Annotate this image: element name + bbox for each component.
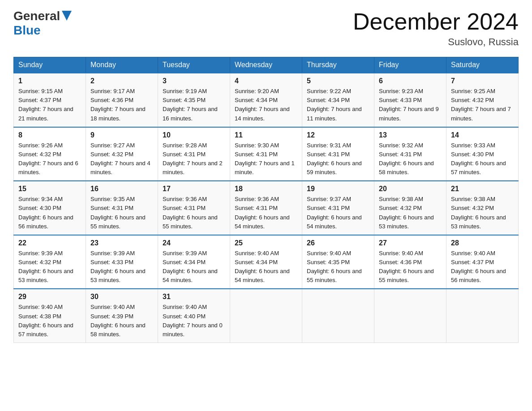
week-row-4: 22 Sunrise: 9:39 AMSunset: 4:32 PMDaylig… — [14, 235, 519, 289]
calendar-cell: 29 Sunrise: 9:40 AMSunset: 4:38 PMDaylig… — [14, 289, 86, 342]
day-info: Sunrise: 9:30 AMSunset: 4:31 PMDaylight:… — [235, 142, 295, 176]
calendar-cell: 3 Sunrise: 9:19 AMSunset: 4:35 PMDayligh… — [158, 73, 230, 127]
day-number: 9 — [90, 131, 153, 139]
day-info: Sunrise: 9:40 AMSunset: 4:38 PMDaylight:… — [18, 304, 73, 337]
day-number: 1 — [18, 77, 81, 85]
calendar-cell: 24 Sunrise: 9:39 AMSunset: 4:34 PMDaylig… — [158, 235, 230, 289]
day-number: 24 — [163, 239, 225, 247]
day-number: 10 — [163, 131, 225, 139]
calendar-cell: 11 Sunrise: 9:30 AMSunset: 4:31 PMDaylig… — [230, 127, 302, 181]
calendar-cell: 8 Sunrise: 9:26 AMSunset: 4:32 PMDayligh… — [14, 127, 86, 181]
calendar-cell: 12 Sunrise: 9:31 AMSunset: 4:31 PMDaylig… — [302, 127, 374, 181]
calendar-cell: 22 Sunrise: 9:39 AMSunset: 4:32 PMDaylig… — [14, 235, 86, 289]
calendar-cell: 4 Sunrise: 9:20 AMSunset: 4:34 PMDayligh… — [230, 73, 302, 127]
calendar-cell: 25 Sunrise: 9:40 AMSunset: 4:34 PMDaylig… — [230, 235, 302, 289]
calendar-cell: 6 Sunrise: 9:23 AMSunset: 4:33 PMDayligh… — [374, 73, 446, 127]
day-number: 13 — [379, 131, 442, 139]
day-info: Sunrise: 9:36 AMSunset: 4:31 PMDaylight:… — [163, 196, 218, 229]
calendar-cell: 19 Sunrise: 9:37 AMSunset: 4:31 PMDaylig… — [302, 181, 374, 235]
calendar-body: 1 Sunrise: 9:15 AMSunset: 4:37 PMDayligh… — [14, 73, 519, 342]
calendar-cell: 1 Sunrise: 9:15 AMSunset: 4:37 PMDayligh… — [14, 73, 86, 127]
page-header: General Blue December 2024 Suslovo, Russ… — [13, 9, 519, 48]
day-info: Sunrise: 9:19 AMSunset: 4:35 PMDaylight:… — [163, 88, 218, 121]
day-info: Sunrise: 9:27 AMSunset: 4:32 PMDaylight:… — [90, 142, 150, 176]
calendar-cell: 10 Sunrise: 9:28 AMSunset: 4:31 PMDaylig… — [158, 127, 230, 181]
day-info: Sunrise: 9:20 AMSunset: 4:34 PMDaylight:… — [235, 88, 290, 121]
day-info: Sunrise: 9:22 AMSunset: 4:34 PMDaylight:… — [307, 88, 362, 121]
logo-text-blue: Blue — [13, 23, 41, 37]
calendar-cell: 31 Sunrise: 9:40 AMSunset: 4:40 PMDaylig… — [158, 289, 230, 342]
day-number: 17 — [163, 185, 225, 193]
day-info: Sunrise: 9:39 AMSunset: 4:32 PMDaylight:… — [18, 250, 73, 283]
day-number: 5 — [307, 77, 369, 85]
calendar-cell: 2 Sunrise: 9:17 AMSunset: 4:36 PMDayligh… — [86, 73, 158, 127]
day-info: Sunrise: 9:39 AMSunset: 4:34 PMDaylight:… — [163, 250, 218, 283]
calendar-cell: 18 Sunrise: 9:36 AMSunset: 4:31 PMDaylig… — [230, 181, 302, 235]
day-number: 7 — [451, 77, 514, 85]
calendar-cell: 23 Sunrise: 9:39 AMSunset: 4:33 PMDaylig… — [86, 235, 158, 289]
day-info: Sunrise: 9:40 AMSunset: 4:39 PMDaylight:… — [90, 304, 146, 337]
day-number: 18 — [235, 185, 297, 193]
day-number: 19 — [307, 185, 369, 193]
day-number: 8 — [18, 131, 81, 139]
week-row-5: 29 Sunrise: 9:40 AMSunset: 4:38 PMDaylig… — [14, 289, 519, 342]
day-number: 26 — [307, 239, 369, 247]
calendar-cell: 14 Sunrise: 9:33 AMSunset: 4:30 PMDaylig… — [446, 127, 519, 181]
title-section: December 2024 Suslovo, Russia — [353, 9, 519, 48]
svg-marker-0 — [62, 11, 72, 21]
day-info: Sunrise: 9:40 AMSunset: 4:34 PMDaylight:… — [235, 250, 290, 283]
day-info: Sunrise: 9:17 AMSunset: 4:36 PMDaylight:… — [90, 88, 146, 121]
header-saturday: Saturday — [446, 57, 519, 73]
header-monday: Monday — [86, 57, 158, 73]
day-info: Sunrise: 9:35 AMSunset: 4:31 PMDaylight:… — [90, 196, 146, 229]
header-sunday: Sunday — [14, 57, 86, 73]
calendar-cell — [302, 289, 374, 342]
day-number: 30 — [90, 293, 153, 301]
day-number: 4 — [235, 77, 297, 85]
day-number: 3 — [163, 77, 225, 85]
logo: General Blue — [13, 9, 72, 38]
day-number: 23 — [90, 239, 153, 247]
calendar-header: SundayMondayTuesdayWednesdayThursdayFrid… — [14, 57, 519, 73]
day-info: Sunrise: 9:40 AMSunset: 4:40 PMDaylight:… — [163, 304, 223, 337]
day-number: 15 — [18, 185, 81, 193]
calendar-cell: 21 Sunrise: 9:38 AMSunset: 4:32 PMDaylig… — [446, 181, 519, 235]
calendar-cell: 30 Sunrise: 9:40 AMSunset: 4:39 PMDaylig… — [86, 289, 158, 342]
day-number: 22 — [18, 239, 81, 247]
day-info: Sunrise: 9:15 AMSunset: 4:37 PMDaylight:… — [18, 88, 73, 121]
calendar-cell: 15 Sunrise: 9:34 AMSunset: 4:30 PMDaylig… — [14, 181, 86, 235]
logo-triangle-icon — [62, 11, 72, 21]
day-number: 25 — [235, 239, 297, 247]
calendar-cell: 13 Sunrise: 9:32 AMSunset: 4:31 PMDaylig… — [374, 127, 446, 181]
calendar-cell — [446, 289, 519, 342]
calendar-cell: 27 Sunrise: 9:40 AMSunset: 4:36 PMDaylig… — [374, 235, 446, 289]
week-row-2: 8 Sunrise: 9:26 AMSunset: 4:32 PMDayligh… — [14, 127, 519, 181]
page-subtitle: Suslovo, Russia — [353, 36, 519, 48]
day-info: Sunrise: 9:40 AMSunset: 4:35 PMDaylight:… — [307, 250, 362, 283]
day-number: 27 — [379, 239, 442, 247]
day-info: Sunrise: 9:31 AMSunset: 4:31 PMDaylight:… — [307, 142, 362, 176]
calendar-cell: 20 Sunrise: 9:38 AMSunset: 4:32 PMDaylig… — [374, 181, 446, 235]
day-info: Sunrise: 9:25 AMSunset: 4:32 PMDaylight:… — [451, 88, 511, 121]
calendar-cell: 17 Sunrise: 9:36 AMSunset: 4:31 PMDaylig… — [158, 181, 230, 235]
day-number: 16 — [90, 185, 153, 193]
day-info: Sunrise: 9:32 AMSunset: 4:31 PMDaylight:… — [379, 142, 434, 176]
day-info: Sunrise: 9:39 AMSunset: 4:33 PMDaylight:… — [90, 250, 146, 283]
day-info: Sunrise: 9:40 AMSunset: 4:36 PMDaylight:… — [379, 250, 434, 283]
day-number: 21 — [451, 185, 514, 193]
day-number: 28 — [451, 239, 514, 247]
header-friday: Friday — [374, 57, 446, 73]
calendar-cell — [230, 289, 302, 342]
header-wednesday: Wednesday — [230, 57, 302, 73]
week-row-1: 1 Sunrise: 9:15 AMSunset: 4:37 PMDayligh… — [14, 73, 519, 127]
page-title: December 2024 — [353, 9, 519, 34]
header-tuesday: Tuesday — [158, 57, 230, 73]
calendar-table: SundayMondayTuesdayWednesdayThursdayFrid… — [13, 57, 519, 343]
day-info: Sunrise: 9:34 AMSunset: 4:30 PMDaylight:… — [18, 196, 73, 229]
day-number: 29 — [18, 293, 81, 301]
day-info: Sunrise: 9:40 AMSunset: 4:37 PMDaylight:… — [451, 250, 506, 283]
day-number: 12 — [307, 131, 369, 139]
calendar-cell: 7 Sunrise: 9:25 AMSunset: 4:32 PMDayligh… — [446, 73, 519, 127]
calendar-cell: 9 Sunrise: 9:27 AMSunset: 4:32 PMDayligh… — [86, 127, 158, 181]
day-info: Sunrise: 9:38 AMSunset: 4:32 PMDaylight:… — [451, 196, 506, 229]
